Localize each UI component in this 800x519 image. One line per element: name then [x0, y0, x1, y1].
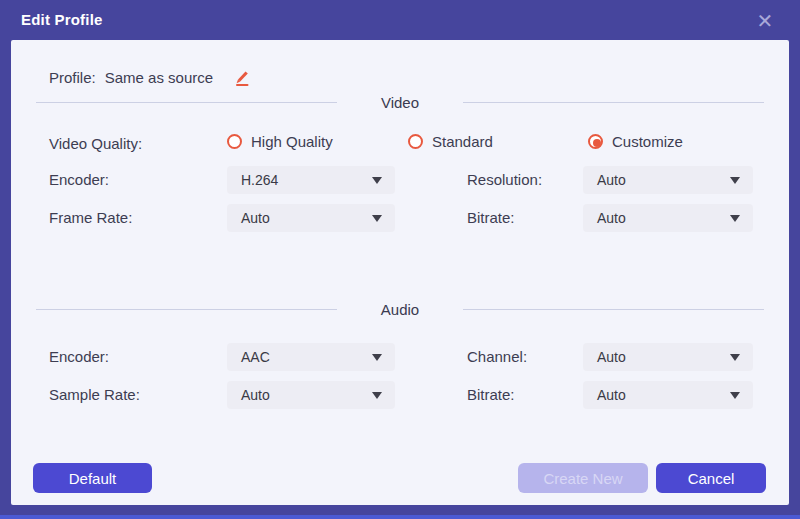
divider-line — [463, 102, 764, 103]
audio-row-samplerate-bitrate: Sample Rate: Auto Bitrate: Auto — [11, 381, 789, 409]
chevron-down-icon — [730, 177, 740, 184]
edit-pencil-icon[interactable] — [230, 67, 251, 88]
dropdown-value: Auto — [597, 204, 626, 232]
audio-channel-label: Channel: — [467, 343, 527, 371]
profile-label: Profile: — [49, 69, 96, 86]
divider-line — [36, 102, 337, 103]
bottom-accent-line — [0, 515, 800, 519]
dropdown-value: H.264 — [241, 166, 278, 194]
audio-encoder-label: Encoder: — [49, 343, 109, 371]
audio-bitrate-dropdown[interactable]: Auto — [583, 381, 753, 409]
video-framerate-label: Frame Rate: — [49, 204, 132, 232]
radio-standard[interactable]: Standard — [408, 133, 493, 150]
video-bitrate-label: Bitrate: — [467, 204, 515, 232]
chevron-down-icon — [730, 215, 740, 222]
edit-profile-dialog: Edit Profile ✕ Profile: Same as source V… — [0, 0, 800, 519]
create-new-button[interactable]: Create New — [518, 463, 648, 493]
chevron-down-icon — [372, 215, 382, 222]
chevron-down-icon — [372, 392, 382, 399]
audio-bitrate-label: Bitrate: — [467, 381, 515, 409]
dropdown-value: Auto — [241, 204, 270, 232]
video-quality-label: Video Quality: — [49, 135, 142, 152]
video-encoder-dropdown[interactable]: H.264 — [227, 166, 395, 194]
audio-channel-dropdown[interactable]: Auto — [583, 343, 753, 371]
dropdown-value: AAC — [241, 343, 270, 371]
audio-samplerate-label: Sample Rate: — [49, 381, 140, 409]
radio-customize[interactable]: Customize — [588, 133, 683, 150]
radio-label: High Quality — [251, 133, 333, 150]
title-bar: Edit Profile ✕ — [0, 0, 800, 40]
profile-value: Same as source — [105, 69, 213, 86]
audio-encoder-dropdown[interactable]: AAC — [227, 343, 395, 371]
audio-section-divider: Audio — [36, 299, 764, 319]
video-section-divider: Video — [36, 92, 764, 112]
video-bitrate-dropdown[interactable]: Auto — [583, 204, 753, 232]
divider-line — [463, 309, 764, 310]
chevron-down-icon — [730, 354, 740, 361]
dialog-title: Edit Profile — [21, 11, 103, 28]
radio-high-quality[interactable]: High Quality — [227, 133, 333, 150]
close-icon[interactable]: ✕ — [753, 9, 777, 33]
video-row-encoder-resolution: Encoder: H.264 Resolution: Auto — [11, 166, 789, 194]
audio-samplerate-dropdown[interactable]: Auto — [227, 381, 395, 409]
dropdown-value: Auto — [597, 343, 626, 371]
profile-row: Profile: Same as source — [49, 66, 251, 88]
chevron-down-icon — [372, 177, 382, 184]
dropdown-value: Auto — [597, 381, 626, 409]
audio-section-title: Audio — [337, 301, 463, 318]
video-framerate-dropdown[interactable]: Auto — [227, 204, 395, 232]
cancel-button[interactable]: Cancel — [656, 463, 766, 493]
radio-icon — [588, 134, 603, 149]
radio-icon — [227, 134, 242, 149]
radio-label: Customize — [612, 133, 683, 150]
dropdown-value: Auto — [241, 381, 270, 409]
video-encoder-label: Encoder: — [49, 166, 109, 194]
dialog-body: Profile: Same as source Video Video Qual… — [11, 40, 789, 505]
video-row-framerate-bitrate: Frame Rate: Auto Bitrate: Auto — [11, 204, 789, 232]
radio-icon — [408, 134, 423, 149]
video-section-title: Video — [337, 94, 463, 111]
video-quality-row: Video Quality: High Quality Standard Cus… — [11, 133, 789, 155]
video-resolution-label: Resolution: — [467, 166, 542, 194]
default-button[interactable]: Default — [33, 463, 152, 493]
radio-label: Standard — [432, 133, 493, 150]
chevron-down-icon — [372, 354, 382, 361]
audio-row-encoder-channel: Encoder: AAC Channel: Auto — [11, 343, 789, 371]
dropdown-value: Auto — [597, 166, 626, 194]
video-resolution-dropdown[interactable]: Auto — [583, 166, 753, 194]
divider-line — [36, 309, 337, 310]
chevron-down-icon — [730, 392, 740, 399]
